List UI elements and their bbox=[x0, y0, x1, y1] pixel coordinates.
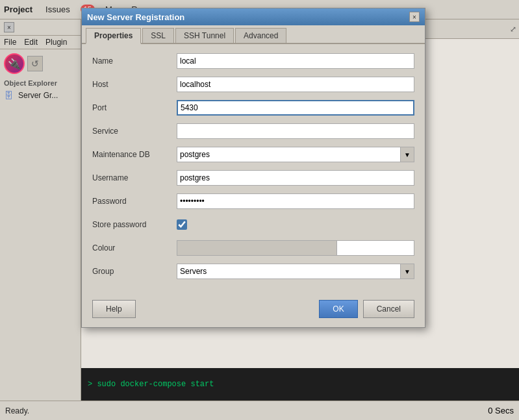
cancel-button[interactable]: Cancel bbox=[363, 300, 414, 318]
status-bar: Ready. 0 Secs bbox=[0, 401, 519, 420]
service-label: Service bbox=[92, 127, 177, 136]
tab-ssh-tunnel[interactable]: SSH Tunnel bbox=[175, 28, 234, 43]
sidebar-close-button[interactable]: × bbox=[4, 22, 14, 32]
help-button[interactable]: Help bbox=[92, 300, 136, 318]
dialog-title: New Server Registration bbox=[87, 12, 184, 22]
group-input[interactable] bbox=[177, 264, 414, 279]
tab-properties[interactable]: Properties bbox=[86, 28, 141, 44]
group-select-wrapper: ▼ bbox=[177, 264, 414, 279]
group-row: Group ▼ bbox=[92, 262, 414, 280]
maintenance-db-label: Maintenance DB bbox=[92, 150, 177, 159]
host-label: Host bbox=[92, 80, 177, 89]
issues-label: Issues bbox=[45, 5, 70, 14]
expand-icon[interactable]: ⤢ bbox=[510, 25, 516, 34]
colour-picker[interactable] bbox=[177, 240, 414, 256]
group-label: Group bbox=[92, 267, 177, 276]
object-explorer-label: Object Explorer bbox=[0, 78, 81, 88]
store-password-row: Store password bbox=[92, 216, 414, 234]
name-row: Name bbox=[92, 52, 414, 70]
password-row: Password bbox=[92, 192, 414, 210]
menu-edit[interactable]: Edit bbox=[24, 38, 38, 47]
ok-button[interactable]: OK bbox=[319, 300, 357, 318]
dialog-titlebar: New Server Registration × bbox=[82, 8, 425, 25]
sidebar-menu: File Edit Plugin bbox=[0, 36, 81, 49]
terminal-command: > sudo docker-compose start bbox=[88, 380, 214, 389]
store-password-checkbox[interactable] bbox=[177, 219, 187, 230]
terminal-bar: > sudo docker-compose start bbox=[81, 368, 519, 401]
password-label: Password bbox=[92, 197, 177, 206]
maintenance-db-input[interactable] bbox=[177, 147, 414, 162]
tab-advanced[interactable]: Advanced bbox=[235, 28, 286, 43]
dialog-body: Name Host Port Service Maintenance DB ▼ bbox=[82, 44, 425, 293]
username-input[interactable] bbox=[177, 170, 414, 186]
server-group-item[interactable]: 🗄 Server Gr... bbox=[0, 88, 81, 103]
sidebar-close-bar: × bbox=[0, 19, 81, 36]
store-password-label: Store password bbox=[92, 220, 177, 229]
colour-left-box bbox=[177, 240, 336, 256]
dialog-footer: Help OK Cancel bbox=[82, 293, 425, 327]
timer-text: 0 Secs bbox=[488, 406, 514, 415]
app-title: Project bbox=[4, 5, 32, 14]
dialog-close-button[interactable]: × bbox=[409, 12, 420, 22]
server-group-label: Server Gr... bbox=[18, 91, 58, 100]
sidebar-icon-area: 🔌 ↺ bbox=[0, 49, 81, 78]
undo-icon[interactable]: ↺ bbox=[27, 56, 43, 71]
status-text: Ready. bbox=[5, 406, 483, 415]
new-server-dialog: New Server Registration × Properties SSL… bbox=[81, 8, 425, 328]
host-input[interactable] bbox=[177, 77, 414, 92]
username-row: Username bbox=[92, 169, 414, 187]
server-icon: 🗄 bbox=[4, 90, 14, 101]
tab-ssl[interactable]: SSL bbox=[142, 28, 174, 43]
name-input[interactable] bbox=[177, 53, 414, 69]
port-input[interactable] bbox=[177, 100, 414, 116]
dialog-tabs: Properties SSL SSH Tunnel Advanced bbox=[82, 25, 425, 44]
app-sidebar: × File Edit Plugin 🔌 ↺ Object Explorer 🗄… bbox=[0, 19, 81, 420]
colour-label: Colour bbox=[92, 243, 177, 253]
service-row: Service bbox=[92, 122, 414, 140]
plugin-icon[interactable]: 🔌 bbox=[4, 53, 25, 74]
menu-plugin[interactable]: Plugin bbox=[45, 38, 67, 47]
menu-file[interactable]: File bbox=[4, 38, 16, 47]
username-label: Username bbox=[92, 173, 177, 182]
service-input[interactable] bbox=[177, 123, 414, 139]
port-row: Port bbox=[92, 99, 414, 117]
maintenance-db-select-wrapper: ▼ bbox=[177, 147, 414, 162]
host-row: Host bbox=[92, 75, 414, 93]
maintenance-db-row: Maintenance DB ▼ bbox=[92, 145, 414, 164]
password-input[interactable] bbox=[177, 193, 414, 209]
port-label: Port bbox=[92, 103, 177, 112]
colour-row: Colour bbox=[92, 239, 414, 257]
name-label: Name bbox=[92, 56, 177, 66]
colour-right-box[interactable] bbox=[336, 240, 414, 256]
